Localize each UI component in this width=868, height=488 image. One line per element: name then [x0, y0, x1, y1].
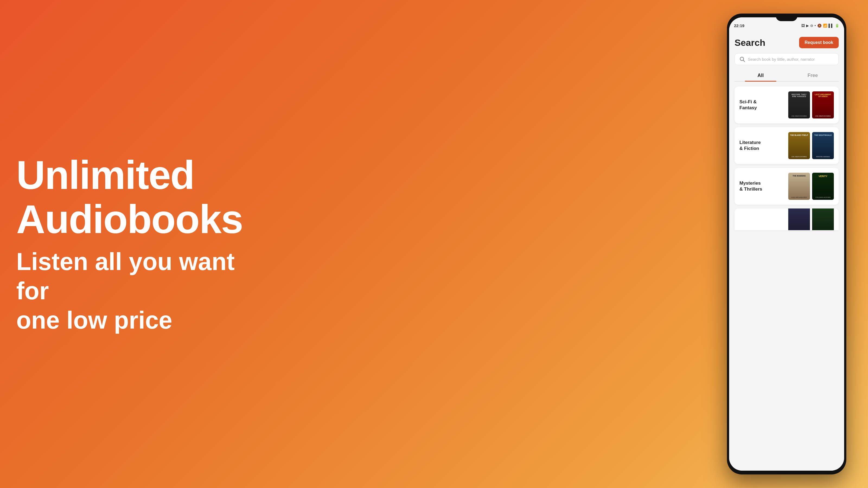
book-covers-scifi [788, 91, 834, 119]
status-icons: 🖼 ▶ ⊖ • 🔕 📶 ▌▌ 🔋 [801, 24, 839, 28]
phone-frame: 22:19 🖼 ▶ ⊖ • 🔕 📶 ▌▌ 🔋 Search Request [727, 13, 846, 475]
minus-icon: ⊖ [810, 24, 813, 28]
search-bar[interactable]: Search book by tittle, author, narrator [735, 53, 839, 65]
category-literature-fiction-label: Literature& Fiction [739, 140, 788, 152]
search-placeholder: Search book by tittle, author, narrator [748, 57, 815, 62]
book-blade-itself[interactable] [788, 132, 810, 159]
category-mysteries-thrillers[interactable]: Mysteries& Thrillers [735, 168, 839, 205]
category-scifi-fantasy[interactable]: Sci-Fi &Fantasy [735, 87, 839, 123]
notification-icon: 🖼 [801, 24, 805, 28]
play-icon: ▶ [806, 24, 809, 28]
main-headline: Unlimited Audiobooks [16, 153, 274, 241]
battery-icon: 🔋 [835, 24, 839, 28]
app-title: Search [735, 37, 765, 48]
tab-bar: All Free [735, 70, 839, 82]
app-header: Search Request book [735, 37, 839, 48]
tab-free[interactable]: Free [786, 70, 839, 81]
left-content: Unlimited Audiobooks Listen all you want… [16, 153, 274, 335]
mute-icon: 🔕 [817, 24, 822, 28]
phone-screen: 22:19 🖼 ▶ ⊖ • 🔕 📶 ▌▌ 🔋 Search Request [729, 18, 844, 470]
book-covers-mysteries [788, 173, 834, 200]
book-covers-literature [788, 132, 834, 159]
book-last-argument-of-kings[interactable] [812, 91, 834, 119]
book-the-maidens[interactable] [788, 173, 810, 200]
request-book-button[interactable]: Request book [799, 37, 839, 48]
book-before-they-are-hanged[interactable] [788, 91, 810, 119]
svg-line-1 [743, 60, 745, 62]
signal-icon: ▌▌ [829, 24, 834, 28]
app-content: Search Request book Search book by tittl… [729, 31, 844, 470]
status-time: 22:19 [734, 23, 744, 28]
category-literature-fiction[interactable]: Literature& Fiction [735, 127, 839, 164]
wifi-icon: 📶 [823, 24, 827, 28]
sub-headline: Listen all you want forone low price [16, 247, 274, 335]
book-nightingale[interactable] [812, 132, 834, 159]
search-icon [739, 56, 745, 62]
book-covers-partial [788, 208, 834, 230]
phone-notch [776, 13, 798, 21]
book-partial-1[interactable] [788, 208, 810, 230]
book-partial-2[interactable] [812, 208, 834, 230]
dot-icon: • [814, 24, 816, 28]
category-mysteries-thrillers-label: Mysteries& Thrillers [739, 180, 788, 192]
category-partial[interactable] [735, 208, 839, 230]
category-scifi-fantasy-label: Sci-Fi &Fantasy [739, 99, 788, 111]
tab-all[interactable]: All [735, 70, 786, 81]
phone-wrapper: 22:19 🖼 ▶ ⊖ • 🔕 📶 ▌▌ 🔋 Search Request [727, 13, 846, 475]
book-verity[interactable] [812, 173, 834, 200]
